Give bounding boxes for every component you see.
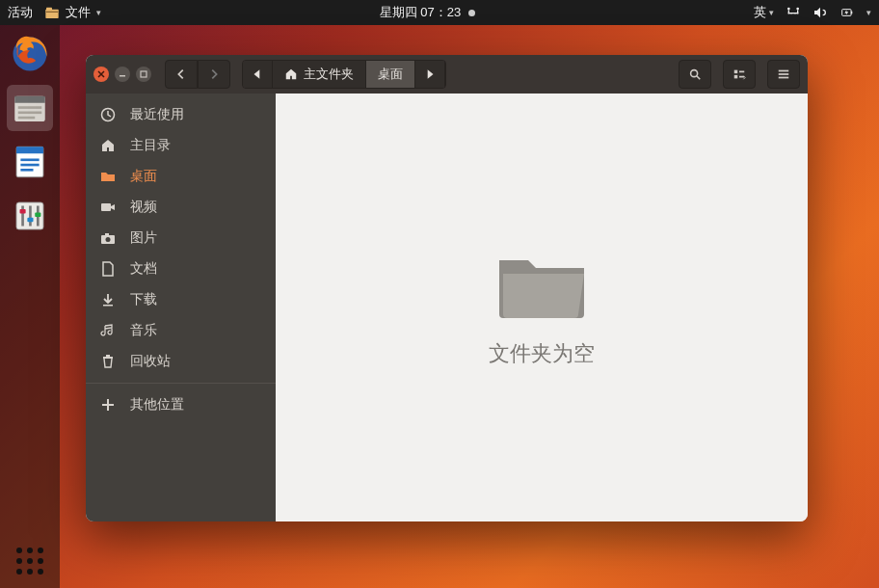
sidebar-item-recent[interactable]: 最近使用 [86,99,276,130]
sidebar-item-label: 音乐 [130,322,157,339]
sidebar-item-downloads[interactable]: 下载 [86,284,276,315]
app-menu[interactable]: 文件 ▾ [44,4,101,21]
dock-files[interactable] [7,85,53,131]
sidebar-item-label: 视频 [130,199,157,216]
svg-rect-41 [101,203,111,211]
dock-writer[interactable] [7,139,53,185]
triangle-right-icon [423,67,437,81]
svg-rect-39 [779,77,789,79]
svg-rect-30 [120,75,125,77]
home-icon [284,67,298,81]
chevron-left-icon [174,67,188,81]
svg-rect-8 [788,13,792,13]
network-icon[interactable] [786,5,801,20]
svg-rect-38 [779,73,789,75]
sidebar-item-videos[interactable]: 视频 [86,192,276,223]
svg-rect-17 [18,117,36,120]
sidebar-item-other-locations[interactable]: 其他位置 [86,383,276,419]
dock-firefox[interactable] [7,31,53,77]
svg-rect-1 [46,12,58,13]
window-maximize-button[interactable] [136,67,151,82]
top-panel: 活动 文件 ▾ 星期四 07：23 英 ▾ ▾ [0,0,879,25]
view-list-icon [732,67,746,81]
system-menu-chevron-icon[interactable]: ▾ [866,8,871,17]
svg-point-6 [796,8,799,11]
window-minimize-button[interactable] [115,67,130,82]
download-icon [99,292,117,307]
svg-rect-35 [739,71,744,73]
titlebar[interactable]: 主文件夹 桌面 [86,55,808,94]
dock [0,25,60,588]
nav-forward-button[interactable] [198,60,230,89]
svg-rect-29 [35,213,40,217]
hamburger-icon [777,67,790,81]
clock-icon [99,107,117,122]
sidebar-item-documents[interactable]: 文档 [86,254,276,284]
sidebar-item-label: 回收站 [130,353,171,370]
sidebar-item-music[interactable]: 音乐 [86,315,276,346]
svg-rect-46 [103,357,113,359]
activities-button[interactable]: 活动 [8,4,33,21]
sidebar-item-home[interactable]: 主目录 [86,130,276,161]
window-close-button[interactable] [93,67,109,82]
sidebar-item-label: 最近使用 [130,106,184,123]
chevron-right-icon [207,67,221,81]
svg-rect-22 [20,169,33,172]
view-options-button[interactable] [723,60,756,89]
svg-rect-34 [734,75,738,79]
folder-icon [99,169,117,184]
svg-rect-16 [18,112,42,115]
svg-point-3 [787,8,790,11]
files-app-icon [44,5,60,20]
svg-rect-21 [20,164,39,167]
volume-icon[interactable] [812,5,828,20]
svg-rect-33 [734,70,738,74]
svg-rect-11 [851,12,852,14]
svg-rect-9 [794,13,798,13]
svg-rect-0 [45,10,58,18]
sidebar-item-trash[interactable]: 回收站 [86,346,276,377]
file-manager-icon [10,88,50,128]
path-prev-button[interactable] [243,61,273,88]
sidebar-item-label: 主目录 [130,137,171,154]
content-pane[interactable]: 文件夹为空 [276,94,808,521]
chevron-down-icon: ▾ [96,8,101,17]
clock[interactable]: 星期四 07：23 [101,4,754,21]
writer-icon [10,142,50,182]
show-applications-button[interactable] [0,548,60,575]
sidebar-item-desktop[interactable]: 桌面 [86,161,276,192]
chevron-down-icon: ▾ [769,8,774,17]
minimize-icon [118,69,127,79]
home-icon [99,138,117,153]
sidebar-item-pictures[interactable]: 图片 [86,223,276,254]
sidebar-item-label: 图片 [130,229,157,247]
notification-dot-icon [468,10,475,16]
sidebar-item-label: 下载 [130,291,157,308]
sidebar-item-label: 其他位置 [130,396,184,414]
trash-icon [99,354,117,369]
path-crumb-home[interactable]: 主文件夹 [273,61,366,88]
svg-rect-14 [14,96,45,103]
svg-rect-15 [18,106,42,109]
search-button[interactable] [679,60,711,89]
app-menu-label: 文件 [66,4,91,21]
battery-icon[interactable] [839,5,855,20]
close-icon [96,69,106,79]
ime-indicator[interactable]: 英 ▾ [754,4,774,21]
sidebar-item-label: 文档 [130,260,157,278]
apps-grid-icon [16,548,43,575]
dock-settings[interactable] [7,193,53,239]
music-icon [99,323,117,338]
path-bar: 主文件夹 桌面 [242,60,446,89]
svg-rect-28 [27,218,33,222]
sidebar-item-label: 桌面 [130,168,157,185]
plus-icon [99,397,117,413]
path-crumb-current[interactable]: 桌面 [366,61,415,88]
nav-back-button[interactable] [165,60,198,89]
path-next-button[interactable] [415,61,445,88]
svg-rect-31 [141,71,146,77]
hamburger-menu-button[interactable] [767,60,800,89]
svg-point-43 [106,237,111,242]
video-icon [99,200,117,215]
svg-rect-47 [106,355,110,357]
